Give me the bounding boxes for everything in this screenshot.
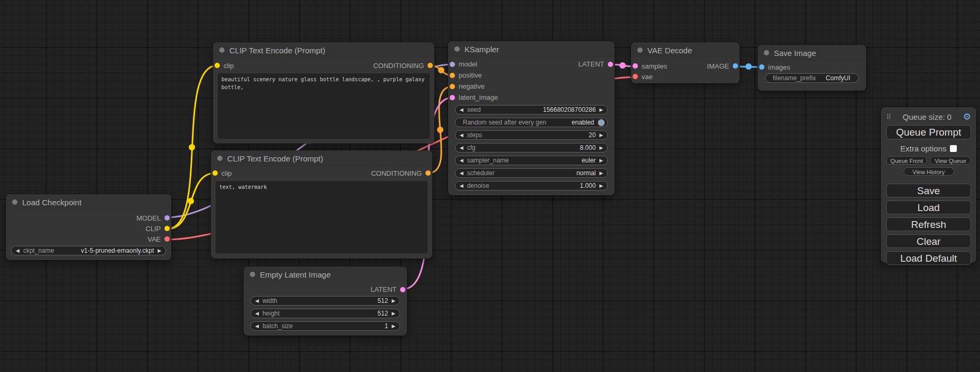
next-value-icon[interactable]: ▶ <box>392 324 395 329</box>
wire-midpoint-dot[interactable] <box>437 127 443 133</box>
next-value-icon[interactable]: ▶ <box>392 311 395 316</box>
refresh-button[interactable]: Refresh <box>886 217 971 231</box>
wire-midpoint-dot[interactable] <box>189 144 195 150</box>
next-value-icon[interactable]: ▶ <box>599 133 603 138</box>
output-slot-latent[interactable] <box>608 62 613 67</box>
prev-value-icon[interactable]: ◀ <box>460 171 463 176</box>
steps-widget[interactable]: ◀ steps 20 ▶ <box>455 130 608 140</box>
filename-prefix-widget[interactable]: filename_prefix ComfyUI <box>765 73 859 83</box>
prev-value-icon[interactable]: ◀ <box>255 299 259 303</box>
output-slot-vae[interactable] <box>164 236 170 242</box>
prev-value-icon[interactable]: ◀ <box>460 158 463 163</box>
node-save-image[interactable]: Save Image images filename_prefix ComfyU… <box>758 45 866 91</box>
queue-front-button[interactable]: Queue Front <box>886 156 927 165</box>
wire-midpoint-dot[interactable] <box>745 63 752 70</box>
collapse-dot-icon[interactable] <box>250 272 255 277</box>
output-slot-model[interactable] <box>164 215 170 221</box>
input-slot-vae[interactable] <box>633 74 638 79</box>
output-slot-image[interactable] <box>733 63 738 69</box>
seed-widget[interactable]: ◀ seed 156680208700286 ▶ <box>455 105 608 115</box>
output-slot-conditioning[interactable] <box>425 170 431 176</box>
clear-button[interactable]: Clear <box>886 234 971 248</box>
input-label-positive: positive <box>459 71 482 79</box>
widget-value: 20 <box>589 131 596 139</box>
node-ksampler[interactable]: KSampler model LATENT positive negative … <box>448 41 615 195</box>
node-load-checkpoint[interactable]: Load Checkpoint MODEL CLIP VAE ◀ ckpt_na… <box>6 194 171 260</box>
next-value-icon[interactable]: ▶ <box>599 158 603 163</box>
node-vae-decode[interactable]: VAE Decode samples IMAGE vae <box>631 42 740 83</box>
toggle-on-icon[interactable] <box>598 119 605 126</box>
extra-options-label: Extra options <box>900 144 947 153</box>
batch-size-widget[interactable]: ◀ batch_size 1 ▶ <box>250 321 400 331</box>
node-clip-text-encode-negative[interactable]: CLIP Text Encode (Prompt) clip CONDITION… <box>211 150 432 259</box>
next-value-icon[interactable]: ▶ <box>599 184 603 188</box>
node-clip-text-encode-positive[interactable]: CLIP Text Encode (Prompt) clip CONDITION… <box>213 42 434 144</box>
scheduler-widget[interactable]: ◀ scheduler normal ▶ <box>455 168 608 178</box>
prev-value-icon[interactable]: ◀ <box>460 146 463 150</box>
node-title-bar[interactable]: Load Checkpoint <box>6 194 171 210</box>
input-label-samples: samples <box>642 62 667 70</box>
collapse-dot-icon[interactable] <box>764 50 769 55</box>
load-button[interactable]: Load <box>886 201 971 214</box>
next-value-icon[interactable]: ▶ <box>158 249 161 253</box>
prev-value-icon[interactable]: ◀ <box>460 133 463 138</box>
input-slot-positive[interactable] <box>450 73 455 78</box>
height-widget[interactable]: ◀ height 512 ▶ <box>250 309 400 318</box>
width-widget[interactable]: ◀ width 512 ▶ <box>250 296 400 306</box>
collapse-dot-icon[interactable] <box>454 46 460 52</box>
widget-value: 512 <box>377 297 388 304</box>
node-title-bar[interactable]: Save Image <box>758 45 866 61</box>
prev-value-icon[interactable]: ◀ <box>460 108 463 112</box>
input-slot-images[interactable] <box>759 64 764 70</box>
node-title-bar[interactable]: VAE Decode <box>631 42 740 58</box>
ckpt-name-widget[interactable]: ◀ ckpt_name v1-5-pruned-emaonly.ckpt ▶ <box>11 246 166 255</box>
collapse-dot-icon[interactable] <box>217 156 222 161</box>
prev-value-icon[interactable]: ◀ <box>16 249 20 253</box>
output-slot-conditioning[interactable] <box>428 63 433 68</box>
wire-midpoint-dot[interactable] <box>619 62 626 69</box>
input-slot-clip[interactable] <box>215 63 220 68</box>
input-slot-samples[interactable] <box>633 63 638 69</box>
next-value-icon[interactable]: ▶ <box>599 146 603 150</box>
input-slot-negative[interactable] <box>450 84 455 89</box>
node-graph-canvas[interactable]: Load Checkpoint MODEL CLIP VAE ◀ ckpt_na… <box>0 0 980 372</box>
collapse-dot-icon[interactable] <box>637 47 643 53</box>
input-slot-latent-image[interactable] <box>450 95 455 100</box>
gear-icon[interactable]: ⚙ <box>963 112 971 121</box>
denoise-widget[interactable]: ◀ denoise 1.000 ▶ <box>455 181 608 190</box>
input-slot-clip[interactable] <box>212 170 218 176</box>
output-label-latent: LATENT <box>578 60 604 68</box>
output-slot-clip[interactable] <box>164 226 170 231</box>
prev-value-icon[interactable]: ◀ <box>255 311 259 316</box>
prev-value-icon[interactable]: ◀ <box>460 184 463 188</box>
collapse-dot-icon[interactable] <box>219 47 225 53</box>
node-title-bar[interactable]: CLIP Text Encode (Prompt) <box>213 42 434 58</box>
next-value-icon[interactable]: ▶ <box>392 299 395 303</box>
drag-handle-icon[interactable]: ⠿ <box>886 113 891 120</box>
node-title-bar[interactable]: KSampler <box>448 41 615 57</box>
next-value-icon[interactable]: ▶ <box>599 171 603 176</box>
sampler-name-widget[interactable]: ◀ sampler_name euler ▶ <box>455 156 608 165</box>
prev-value-icon[interactable]: ◀ <box>255 324 259 329</box>
node-empty-latent-image[interactable]: Empty Latent Image LATENT ◀ width 512 ▶ … <box>244 266 407 336</box>
input-label-images: images <box>768 63 790 71</box>
wire-midpoint-dot[interactable] <box>438 67 444 73</box>
queue-prompt-button[interactable]: Queue Prompt <box>886 125 971 139</box>
input-slot-model[interactable] <box>450 62 455 67</box>
extra-options-checkbox[interactable] <box>950 145 957 152</box>
prompt-textarea[interactable]: text, watermark <box>216 181 428 253</box>
node-title-bar[interactable]: CLIP Text Encode (Prompt) <box>211 150 432 166</box>
prompt-textarea[interactable]: beautiful scenery nature glass bottle la… <box>218 73 430 139</box>
next-value-icon[interactable]: ▶ <box>599 108 603 112</box>
cfg-widget[interactable]: ◀ cfg 8.000 ▶ <box>455 143 608 152</box>
collapse-dot-icon[interactable] <box>12 199 17 205</box>
view-history-button[interactable]: View History <box>904 167 954 176</box>
view-queue-button[interactable]: View Queue <box>930 156 971 165</box>
save-button[interactable]: Save <box>886 184 971 197</box>
load-default-button[interactable]: Load Default <box>886 251 971 265</box>
wire-midpoint-dot[interactable] <box>188 198 194 204</box>
output-slot-latent[interactable] <box>400 287 405 292</box>
seed-control-widget[interactable]: Random seed after every gen enabled <box>455 118 608 127</box>
node-title-bar[interactable]: Empty Latent Image <box>244 266 407 282</box>
widget-label: height <box>263 310 280 317</box>
